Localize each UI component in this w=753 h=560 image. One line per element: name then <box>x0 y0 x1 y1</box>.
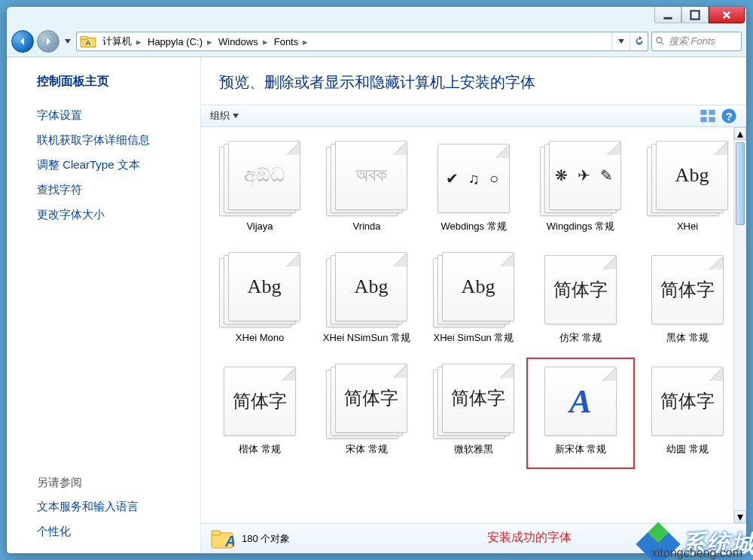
breadcrumb[interactable]: 计算机▸ <box>99 32 145 50</box>
font-sample: Abg <box>248 275 282 298</box>
font-sample: অবক <box>355 164 387 187</box>
font-label: Webdings 常规 <box>441 221 506 245</box>
font-item[interactable]: ✔ ♫ ○Webdings 常规 <box>425 141 522 245</box>
svg-rect-7 <box>709 110 715 115</box>
page-title: 预览、删除或者显示和隐藏计算机上安装的字体 <box>201 57 746 105</box>
font-label: XHei Mono <box>236 332 284 356</box>
font-label: XHei SimSun 常规 <box>434 332 514 356</box>
toolbar: 组织 ? <box>201 105 746 127</box>
font-item[interactable]: 简体字幼圆 常规 <box>639 364 736 467</box>
font-sample: 简体字 <box>660 278 715 302</box>
sidebar-link[interactable]: 个性化 <box>37 525 187 539</box>
maximize-button[interactable] <box>681 7 709 23</box>
see-also-title: 另请参阅 <box>37 476 187 490</box>
sidebar-link[interactable]: 字体设置 <box>37 108 187 123</box>
view-button[interactable] <box>700 108 716 123</box>
scroll-up-button[interactable]: ▴ <box>734 127 746 140</box>
font-label: Vijaya <box>246 221 273 245</box>
folder-icon: A <box>80 33 96 50</box>
font-sample: Abg <box>462 275 495 298</box>
refresh-button[interactable] <box>630 32 648 50</box>
font-item[interactable]: AbgXHei <box>639 141 736 245</box>
minimize-button[interactable] <box>654 7 681 23</box>
font-label: 宋体 常规 <box>346 443 388 467</box>
font-sample: 简体字 <box>553 278 608 302</box>
font-label: 黑体 常规 <box>666 332 709 356</box>
back-button[interactable] <box>11 30 34 53</box>
svg-text:A: A <box>85 38 90 47</box>
svg-rect-6 <box>700 110 706 115</box>
search-icon <box>655 36 666 47</box>
close-button[interactable] <box>709 7 745 23</box>
font-sample: ✔ ♫ ○ <box>446 169 501 187</box>
breadcrumb[interactable]: Happyla (C:)▸ <box>145 32 215 50</box>
scrollbar[interactable]: ▴ ▾ <box>733 127 746 523</box>
font-sample: Abg <box>355 275 389 298</box>
font-item[interactable]: AbgXHei SimSun 常规 <box>425 252 522 356</box>
highlight-box <box>526 358 635 469</box>
sidebar-link[interactable]: 更改字体大小 <box>37 208 187 222</box>
font-item[interactable]: অবকVrinda <box>319 141 415 245</box>
font-item[interactable]: 简体字微软雅黑 <box>425 364 522 467</box>
font-label: 楷体 常规 <box>239 443 281 467</box>
search-placeholder: 搜索 Fonts <box>669 35 715 48</box>
font-item[interactable]: AbgXHei Mono <box>212 252 308 356</box>
font-sample: 简体字 <box>233 389 287 413</box>
font-item[interactable]: 简体字宋体 常规 <box>319 364 415 467</box>
font-sample: 简体字 <box>660 389 715 413</box>
svg-text:?: ? <box>725 110 732 123</box>
status-count: 180 个对象 <box>242 532 290 546</box>
annotation-text: 安装成功的字体 <box>487 530 572 546</box>
folder-icon: A <box>210 527 234 551</box>
organize-menu[interactable]: 组织 <box>210 109 239 123</box>
font-label: 仿宋 常规 <box>559 332 602 356</box>
nav-history-dropdown[interactable] <box>62 34 73 49</box>
font-label: 微软雅黑 <box>454 443 493 467</box>
font-sample: අඕධ <box>244 164 285 187</box>
svg-rect-0 <box>663 17 672 19</box>
font-sample: 简体字 <box>451 386 505 410</box>
font-item[interactable]: AbgXHei NSimSun 常规 <box>319 252 415 356</box>
sidebar-link[interactable]: 文本服务和输入语言 <box>37 500 187 514</box>
font-grid: අඕධVijayaঅবকVrinda✔ ♫ ○Webdings 常规❋ ✈ ✎W… <box>201 127 746 523</box>
font-item[interactable]: අඕධVijaya <box>212 141 308 245</box>
font-label: 幼圆 常规 <box>666 443 709 467</box>
help-button[interactable]: ? <box>721 108 737 123</box>
font-item[interactable]: ❋ ✈ ✎Wingdings 常规 <box>532 141 629 245</box>
forward-button[interactable] <box>37 30 59 53</box>
font-label: Wingdings 常规 <box>547 221 614 245</box>
svg-rect-9 <box>709 117 715 122</box>
address-dropdown[interactable] <box>611 32 630 50</box>
sidebar-link[interactable]: 调整 ClearType 文本 <box>37 158 187 172</box>
svg-text:A: A <box>224 533 234 549</box>
address-bar[interactable]: A 计算机▸ Happyla (C:)▸ Windows▸ Fonts▸ <box>76 32 648 51</box>
font-sample: 简体字 <box>344 386 398 410</box>
font-sample: ❋ ✈ ✎ <box>555 166 616 184</box>
sidebar-title: 控制面板主页 <box>37 74 187 90</box>
font-item[interactable]: 简体字仿宋 常规 <box>532 252 629 356</box>
font-sample: Abg <box>675 164 709 187</box>
main-pane: 预览、删除或者显示和隐藏计算机上安装的字体 组织 ? අඕධVijayaঅবকV… <box>201 57 746 553</box>
font-label: Vrinda <box>352 221 380 245</box>
search-box[interactable]: 搜索 Fonts <box>651 32 742 51</box>
explorer-window: A 计算机▸ Happyla (C:)▸ Windows▸ Fonts▸ 搜索 … <box>6 6 747 554</box>
scroll-down-button[interactable]: ▾ <box>734 510 746 523</box>
font-item[interactable]: 简体字黑体 常规 <box>639 252 736 356</box>
font-label: XHei NSimSun 常规 <box>323 332 410 356</box>
svg-rect-1 <box>691 11 699 19</box>
sidebar: 控制面板主页 字体设置 联机获取字体详细信息 调整 ClearType 文本 查… <box>7 57 201 553</box>
scroll-thumb[interactable] <box>736 142 745 225</box>
svg-point-5 <box>657 38 662 43</box>
nav-row: A 计算机▸ Happyla (C:)▸ Windows▸ Fonts▸ 搜索 … <box>7 29 746 56</box>
font-label: XHei <box>677 221 698 245</box>
breadcrumb[interactable]: Fonts▸ <box>271 32 312 50</box>
sidebar-link[interactable]: 查找字符 <box>37 183 187 197</box>
svg-rect-13 <box>212 531 221 535</box>
breadcrumb[interactable]: Windows▸ <box>215 32 271 50</box>
font-item[interactable]: 简体字楷体 常规 <box>212 364 308 467</box>
sidebar-link[interactable]: 联机获取字体详细信息 <box>37 133 187 148</box>
svg-rect-8 <box>700 117 706 122</box>
watermark-url: xitongcheng.com <box>651 546 742 560</box>
font-item[interactable]: A新宋体 常规 <box>532 364 629 467</box>
titlebar <box>7 7 746 29</box>
